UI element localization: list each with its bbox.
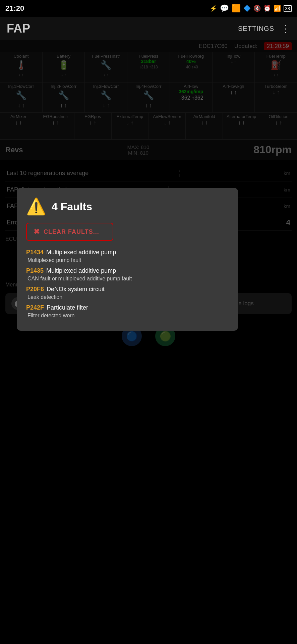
clear-faults-button[interactable]: ✖ CLEAR FAULTS...: [26, 223, 113, 241]
fault-header: ⚠️ 4 Faults: [26, 197, 229, 216]
message-icon: 💬: [220, 4, 229, 13]
status-icons: ⚡ 💬 🟧 🔷 🔇 ⏰ 📶 38: [210, 4, 292, 13]
fault-desc-1: Multiplexed additive pump: [46, 249, 116, 256]
fault-code-4: P242F: [26, 304, 44, 311]
bluetooth-icon: ⚡: [210, 5, 217, 12]
clear-faults-x-icon: ✖: [34, 227, 40, 236]
warning-triangle-icon: ⚠️: [26, 197, 46, 216]
mute-icon: 🔇: [253, 5, 261, 12]
fault-sub-4: Filter detected worn: [27, 313, 229, 319]
alarm-icon: ⏰: [263, 5, 271, 12]
settings-button[interactable]: SETTINGS: [238, 25, 274, 33]
fault-item-1: P1434 Multiplexed additive pump: [26, 249, 229, 256]
fault-item-4: P242F Particulate filter: [26, 304, 229, 311]
fault-item-2: P1435 Multiplexed additive pump: [26, 267, 229, 274]
menu-icon[interactable]: ⋮: [281, 23, 290, 34]
fault-desc-2: Multiplexed additive pump: [46, 267, 116, 274]
status-bar: 21:20 ⚡ 💬 🟧 🔷 🔇 ⏰ 📶 38: [0, 0, 297, 17]
fault-desc-3: DeNOx system circuit: [47, 286, 105, 293]
fault-sub-1: Multiplexed pump fault: [27, 257, 229, 263]
fault-dialog: ⚠️ 4 Faults ✖ CLEAR FAULTS... P1434 Mult…: [17, 188, 238, 331]
overlay-backdrop[interactable]: [0, 40, 297, 644]
fault-code-3: P20F6: [26, 286, 44, 293]
fault-code-1: P1434: [26, 249, 44, 256]
status-time: 21:20: [5, 4, 24, 13]
clear-faults-label: CLEAR FAULTS...: [44, 228, 99, 235]
app-header: FAP SETTINGS ⋮: [0, 17, 297, 40]
app-title: FAP: [7, 21, 30, 36]
fault-item-3: P20F6 DeNOx system circuit: [26, 286, 229, 293]
fault-count: 4 Faults: [52, 201, 92, 213]
fault-sub-3: Leak detection: [27, 294, 229, 300]
fault-code-2: P1435: [26, 267, 44, 274]
signal-icon: 📶: [274, 5, 281, 12]
fault-desc-4: Particulate filter: [47, 304, 88, 311]
fault-sub-2: CAN fault or multiplexed additive pump f…: [27, 276, 229, 282]
battery-icon: 38: [284, 5, 292, 12]
notification-icon: 🟧: [232, 4, 241, 13]
bluetooth-status-icon: 🔷: [243, 5, 251, 12]
header-right: SETTINGS ⋮: [238, 23, 290, 34]
fault-list: P1434 Multiplexed additive pump Multiple…: [26, 249, 229, 321]
